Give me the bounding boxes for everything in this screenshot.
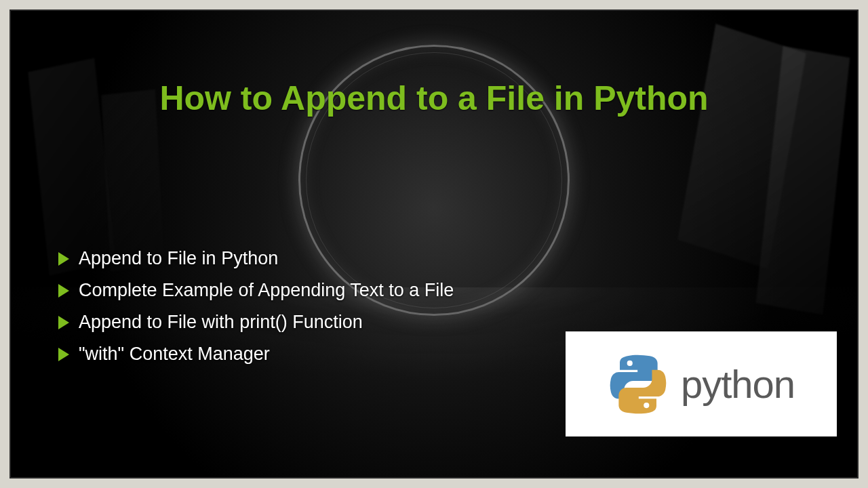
list-item: Complete Example of Appending Text to a … (58, 280, 454, 301)
arrow-right-icon (58, 316, 69, 329)
slide-title: How to Append to a File in Python (11, 79, 857, 118)
bullet-text: Append to File with print() Function (79, 312, 363, 333)
list-item: "with" Context Manager (58, 344, 454, 365)
bullet-text: "with" Context Manager (79, 344, 270, 365)
bullet-text: Complete Example of Appending Text to a … (79, 280, 454, 301)
arrow-right-icon (58, 348, 69, 361)
list-item: Append to File in Python (58, 248, 454, 269)
python-logo-icon (608, 354, 669, 415)
arrow-right-icon (58, 252, 69, 266)
arrow-right-icon (58, 284, 69, 298)
python-logo-text: python (681, 361, 795, 407)
bullet-list: Append to File in Python Complete Exampl… (58, 248, 454, 375)
presentation-slide: How to Append to a File in Python Append… (9, 9, 859, 479)
list-item: Append to File with print() Function (58, 312, 454, 333)
bullet-text: Append to File in Python (79, 248, 278, 269)
python-logo-box: python (566, 331, 837, 436)
